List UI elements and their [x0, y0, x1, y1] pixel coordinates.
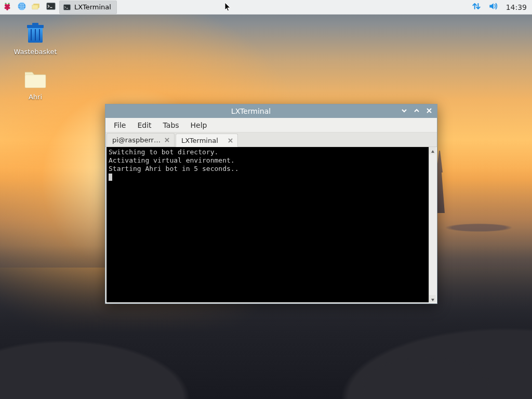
- terminal-tabbar: pi@raspberr… LXTerminal: [105, 132, 437, 147]
- folder-icon: [21, 66, 50, 91]
- terminal-tab-0[interactable]: pi@raspberr…: [107, 133, 175, 147]
- window-maximize-button[interactable]: [412, 107, 421, 116]
- network-updown-icon: [471, 1, 482, 13]
- menu-edit[interactable]: Edit: [132, 119, 156, 131]
- folders-icon: [31, 1, 42, 13]
- tab-label: LXTerminal: [181, 137, 224, 144]
- panel-left: LXTerminal: [0, 0, 117, 14]
- menu-file[interactable]: File: [109, 119, 131, 131]
- window-titlebar[interactable]: LXTerminal: [105, 104, 437, 118]
- terminal-launcher[interactable]: [44, 0, 58, 15]
- raspberry-menu-button[interactable]: [0, 0, 15, 15]
- close-icon: [165, 136, 169, 144]
- lxterminal-window[interactable]: LXTerminal File Edit Tabs Help pi@raspbe…: [105, 104, 437, 304]
- terminal-area: Switching to bot directory. Activating v…: [105, 147, 437, 303]
- taskbar-entry-label: LXTerminal: [74, 3, 111, 11]
- volume-icon: [488, 1, 498, 13]
- desktop-icons: Wastebasket Ahri: [9, 21, 61, 111]
- desktop-icon-label: Wastebasket: [9, 48, 61, 56]
- file-manager-launcher[interactable]: [29, 0, 44, 15]
- svg-point-3: [5, 7, 7, 9]
- scroll-up-button[interactable]: [429, 147, 436, 154]
- close-icon: [426, 107, 432, 115]
- tab-label: pi@raspberr…: [112, 136, 161, 144]
- network-indicator[interactable]: [471, 2, 482, 13]
- chevron-up-icon: [414, 107, 420, 115]
- svg-rect-13: [63, 4, 70, 10]
- taskbar-entry-lxterminal[interactable]: LXTerminal: [59, 1, 117, 14]
- desktop-icon-ahri[interactable]: Ahri: [9, 66, 61, 101]
- panel-right: 14:39: [471, 0, 532, 14]
- top-panel: LXTerminal 14:39: [0, 0, 532, 15]
- tab-close-button[interactable]: [164, 137, 171, 144]
- svg-rect-18: [32, 23, 38, 25]
- triangle-down-icon: [431, 294, 435, 304]
- desktop-icon-wastebasket[interactable]: Wastebasket: [9, 21, 61, 56]
- volume-indicator[interactable]: [487, 2, 499, 13]
- svg-rect-11: [47, 3, 56, 9]
- svg-rect-10: [32, 5, 38, 9]
- window-minimize-button[interactable]: [400, 107, 409, 116]
- panel-clock[interactable]: 14:39: [504, 3, 527, 11]
- globe-icon: [17, 1, 27, 13]
- svg-point-5: [6, 8, 8, 10]
- terminal-icon: [63, 3, 71, 11]
- terminal-output[interactable]: Switching to bot directory. Activating v…: [107, 147, 429, 302]
- scroll-down-button[interactable]: [429, 295, 436, 302]
- terminal-icon: [46, 1, 56, 13]
- menu-tabs[interactable]: Tabs: [158, 119, 184, 131]
- web-browser-launcher[interactable]: [15, 0, 29, 15]
- close-icon: [228, 137, 233, 144]
- trash-icon: [21, 21, 50, 46]
- terminal-scrollbar[interactable]: [429, 147, 436, 302]
- window-menubar: File Edit Tabs Help: [105, 118, 437, 132]
- raspberry-pi-icon: [2, 1, 12, 13]
- svg-point-4: [8, 7, 10, 9]
- window-close-button[interactable]: [424, 107, 434, 116]
- menu-help[interactable]: Help: [185, 119, 212, 131]
- window-title: LXTerminal: [105, 107, 396, 115]
- chevron-down-icon: [401, 107, 407, 115]
- svg-rect-22: [25, 75, 46, 88]
- scroll-track[interactable]: [429, 154, 436, 295]
- terminal-tab-1[interactable]: LXTerminal: [176, 134, 238, 147]
- desktop-icon-label: Ahri: [9, 93, 61, 101]
- tab-close-button[interactable]: [227, 137, 234, 144]
